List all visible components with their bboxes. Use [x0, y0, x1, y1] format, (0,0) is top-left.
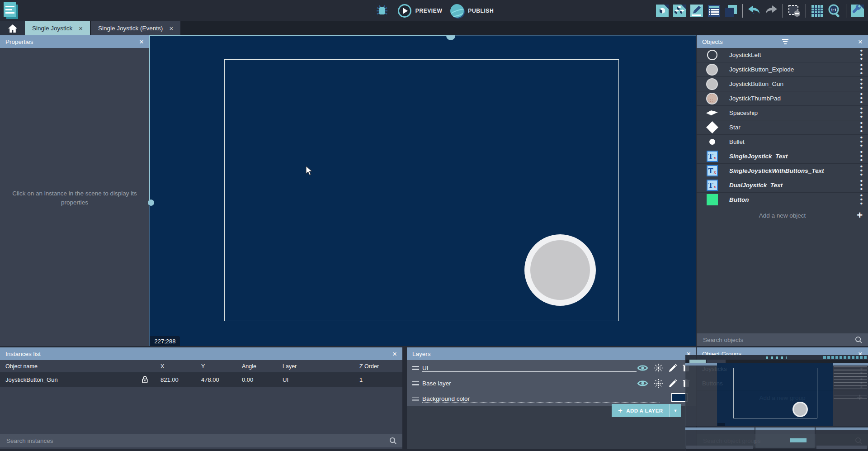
close-icon[interactable]: × — [79, 25, 83, 32]
canvas-horizontal-scroll-track[interactable] — [149, 35, 447, 36]
canvas-horizontal-scroll-handle[interactable] — [446, 35, 455, 40]
mouse-cursor — [305, 166, 314, 176]
layer-row-ui[interactable]: UI — [407, 360, 696, 375]
green-square-icon — [707, 194, 718, 205]
search-instances-input[interactable] — [5, 437, 389, 445]
instance-x: 821.00 — [160, 376, 179, 383]
lock-icon[interactable] — [140, 375, 150, 385]
grid-button[interactable] — [810, 3, 825, 19]
layers-panel-button[interactable] — [723, 3, 739, 19]
object-menu-icon[interactable]: ••• — [860, 92, 863, 104]
column-object-name: Object name — [5, 363, 38, 370]
undo-button[interactable] — [746, 3, 762, 19]
mini-toolbar — [823, 356, 867, 359]
object-row-star[interactable]: Star ••• — [697, 120, 868, 135]
object-menu-icon[interactable]: ••• — [860, 193, 863, 206]
object-menu-icon[interactable]: ••• — [860, 77, 863, 90]
publish-button[interactable]: PUBLISH — [450, 4, 494, 18]
search-objects-input[interactable] — [702, 336, 855, 344]
close-icon[interactable]: × — [139, 38, 144, 46]
redo-button[interactable] — [764, 3, 779, 19]
add-object-button[interactable]: Add a new object + — [697, 208, 868, 223]
filter-icon[interactable] — [782, 39, 788, 44]
debug-button[interactable] — [374, 3, 390, 19]
layers-panel-header: Layers × — [407, 347, 696, 360]
mini-screenshot-overlay[interactable] — [685, 355, 868, 451]
properties-panel-button[interactable] — [689, 3, 704, 19]
object-row-spaceship[interactable]: Spaceship ••• — [697, 106, 868, 120]
object-row-joystickthumbpad[interactable]: JoystickThumbPad ••• — [697, 91, 868, 106]
objects-panel-button[interactable] — [655, 3, 670, 19]
object-row-bullet[interactable]: Bullet ••• — [697, 135, 868, 149]
object-menu-icon[interactable]: ••• — [860, 63, 863, 76]
add-layer-dropdown[interactable]: ▼ — [669, 404, 681, 417]
object-menu-icon[interactable]: ••• — [860, 121, 863, 133]
object-name: JoystickButton_Explode — [729, 66, 794, 73]
layer-row-base-layer[interactable]: Base layer — [407, 375, 696, 391]
settings-button[interactable] — [850, 3, 865, 19]
layer-effects-icon[interactable] — [654, 363, 663, 373]
tab-label: Single Joystick (Events) — [98, 25, 163, 32]
layer-name[interactable]: UI — [422, 365, 429, 371]
object-menu-icon[interactable]: ••• — [860, 179, 863, 191]
drag-handle-icon[interactable] — [412, 381, 419, 385]
mini-coordinates-badge — [717, 423, 725, 426]
delete-selection-button[interactable] — [787, 3, 802, 19]
object-icon — [656, 4, 669, 18]
joystick-button-instance[interactable] — [524, 234, 596, 306]
close-icon[interactable]: × — [392, 350, 397, 358]
object-group-icon — [673, 4, 686, 18]
instance-row-joystickbutton-gun[interactable]: JoystickButton_Gun 821.00 478.00 0.00 UI… — [0, 372, 402, 387]
grid-icon — [811, 4, 824, 18]
object-name: JoystickThumbPad — [729, 95, 781, 102]
instances-panel-header: Instances list × — [0, 347, 402, 360]
object-menu-icon[interactable]: ••• — [860, 150, 863, 162]
canvas-vertical-scroll-track[interactable] — [149, 35, 150, 200]
gray-circle-icon — [706, 78, 718, 90]
visibility-eye-icon[interactable] — [637, 380, 648, 387]
toolbar-separator — [783, 4, 783, 18]
object-menu-icon[interactable]: ••• — [860, 164, 863, 177]
object-row-dualjoystick-text[interactable]: Tx DualJoystick_Text ••• — [697, 178, 868, 193]
selection-mask-icon — [788, 4, 801, 18]
object-name: JoystickButton_Gun — [729, 81, 783, 87]
close-icon[interactable]: × — [169, 25, 173, 32]
layer-name[interactable]: Base layer — [422, 380, 451, 387]
instances-list-panel-button[interactable] — [706, 3, 722, 19]
zoom-1-1-button[interactable]: 1:1 — [827, 3, 842, 19]
mini-active-tab — [689, 360, 706, 363]
object-groups-panel-button[interactable] — [672, 3, 687, 19]
edit-layer-pencil-icon[interactable] — [669, 379, 677, 388]
add-layer-label: ADD A LAYER — [626, 408, 663, 413]
layer-effects-icon[interactable] — [654, 379, 663, 388]
object-row-joystickbutton-explode[interactable]: JoystickButton_Explode ••• — [697, 62, 868, 77]
object-row-singlejoystick-text[interactable]: Tx SingleJoystick_Text ••• — [697, 149, 868, 164]
tab-label: Single Joystick — [32, 25, 72, 32]
preview-button[interactable]: PREVIEW — [398, 4, 443, 18]
tab-single-joystick-events[interactable]: Single Joystick (Events) × — [91, 21, 180, 35]
home-tab[interactable] — [0, 21, 25, 35]
object-menu-icon[interactable]: ••• — [860, 106, 863, 119]
close-icon[interactable]: × — [858, 38, 863, 46]
undo-icon — [747, 4, 761, 18]
instances-title: Instances list — [5, 351, 41, 357]
object-row-singlejoystickwithbuttons-text[interactable]: Tx SingleJoystickWithButtons_Text ••• — [697, 164, 868, 178]
drag-handle-icon — [412, 397, 419, 401]
canvas-horizontal-scroll-track[interactable] — [455, 35, 696, 36]
object-row-button[interactable]: Button ••• — [697, 193, 868, 207]
object-name: SingleJoystick_Text — [729, 153, 788, 160]
search-icon — [389, 437, 397, 445]
drag-handle-icon[interactable] — [412, 366, 419, 370]
add-layer-button[interactable]: + ADD A LAYER ▼ — [612, 404, 681, 417]
object-menu-icon[interactable]: ••• — [860, 135, 863, 148]
object-row-joystickleft[interactable]: JoystickLeft ••• — [697, 48, 868, 62]
bug-icon — [375, 4, 389, 18]
canvas-vertical-scroll-handle[interactable] — [148, 199, 154, 206]
visibility-eye-icon[interactable] — [637, 364, 648, 372]
tab-single-joystick[interactable]: Single Joystick × — [25, 21, 90, 35]
edit-layer-pencil-icon[interactable] — [669, 364, 677, 372]
scene-canvas[interactable]: 227;288 — [149, 35, 696, 346]
object-menu-icon[interactable]: ••• — [860, 48, 863, 61]
object-row-joystickbutton-gun[interactable]: JoystickButton_Gun ••• — [697, 77, 868, 91]
canvas-vertical-scroll-track[interactable] — [149, 206, 150, 346]
